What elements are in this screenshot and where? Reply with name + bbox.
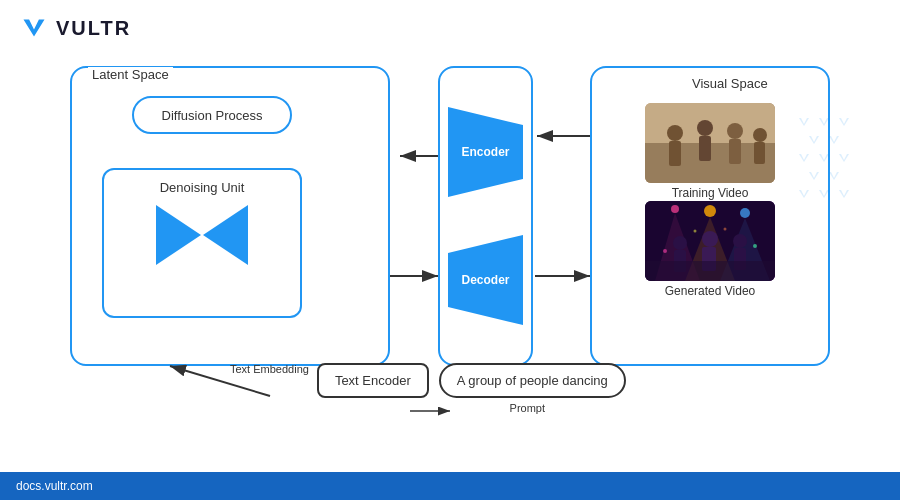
text-embedding-section: Text Embedding xyxy=(220,363,309,379)
encoder-decoder-column: Encoder Decoder xyxy=(438,66,533,366)
latent-space-label: Latent Space xyxy=(88,67,173,82)
vultr-brand-name: VULTR xyxy=(56,17,131,40)
svg-marker-42 xyxy=(829,136,839,144)
generated-video-illustration xyxy=(645,201,775,281)
svg-marker-45 xyxy=(839,154,849,162)
prompt-box: A group of people dancing xyxy=(439,363,626,398)
prompt-section: A group of people dancing Prompt xyxy=(429,363,626,414)
decoder-wrapper: Decoder xyxy=(448,235,523,325)
denoising-unit-box: Denoising Unit xyxy=(102,168,302,318)
svg-point-13 xyxy=(704,205,716,217)
decoder-shape: Decoder xyxy=(448,235,523,325)
denoising-unit-label: Denoising Unit xyxy=(160,180,245,195)
svg-point-27 xyxy=(753,244,757,248)
decoder-label: Decoder xyxy=(461,273,509,287)
triangle-right-shape xyxy=(156,205,201,265)
visual-space-label: Visual Space xyxy=(692,76,768,91)
svg-marker-47 xyxy=(829,172,839,180)
footer-url: docs.vultr.com xyxy=(16,479,93,493)
prompt-text: A group of people dancing xyxy=(457,373,608,388)
svg-point-21 xyxy=(702,231,718,247)
training-video-placeholder xyxy=(645,103,775,183)
header: VULTR xyxy=(0,0,900,56)
svg-point-26 xyxy=(663,249,667,253)
encoder-wrapper: Encoder xyxy=(448,107,523,197)
generated-video-placeholder xyxy=(645,201,775,281)
svg-marker-50 xyxy=(839,190,849,198)
vultr-v-icon xyxy=(20,14,48,42)
text-embedding-label: Text Embedding xyxy=(230,363,309,375)
training-video-illustration xyxy=(645,103,775,183)
svg-point-19 xyxy=(673,236,687,250)
svg-point-23 xyxy=(733,234,747,248)
visual-space-box: Visual Space xyxy=(590,66,830,366)
diffusion-process-label: Diffusion Process xyxy=(162,108,263,123)
bowtie-icon xyxy=(156,205,248,265)
svg-point-28 xyxy=(694,230,697,233)
svg-point-14 xyxy=(671,205,679,213)
diagram-area: Latent Space Diffusion Process Denoising… xyxy=(20,56,880,446)
prompt-label: Prompt xyxy=(510,402,545,414)
footer: docs.vultr.com xyxy=(0,472,900,500)
text-encoder-label: Text Encoder xyxy=(335,373,411,388)
training-video-section: Training Video xyxy=(645,103,775,201)
generated-video-section: Generated Video xyxy=(645,201,775,299)
encoder-shape: Encoder xyxy=(448,107,523,197)
text-encoder-box: Text Encoder xyxy=(317,363,429,398)
svg-marker-40 xyxy=(839,118,849,126)
text-encoder-row: Text Embedding Text Encoder A group of p… xyxy=(220,363,626,414)
training-video-label: Training Video xyxy=(672,186,749,200)
training-video-bg xyxy=(645,103,775,183)
diffusion-process-pill: Diffusion Process xyxy=(132,96,292,134)
svg-marker-0 xyxy=(24,20,45,37)
encoder-label: Encoder xyxy=(461,145,509,159)
triangle-left-shape xyxy=(203,205,248,265)
generated-video-label: Generated Video xyxy=(665,284,756,298)
svg-point-29 xyxy=(724,228,727,231)
vultr-logo: VULTR xyxy=(20,14,131,42)
latent-space-box: Latent Space Diffusion Process Denoising… xyxy=(70,66,390,366)
svg-point-15 xyxy=(740,208,750,218)
generated-video-bg xyxy=(645,201,775,281)
svg-rect-11 xyxy=(645,103,775,183)
svg-rect-25 xyxy=(645,261,775,281)
